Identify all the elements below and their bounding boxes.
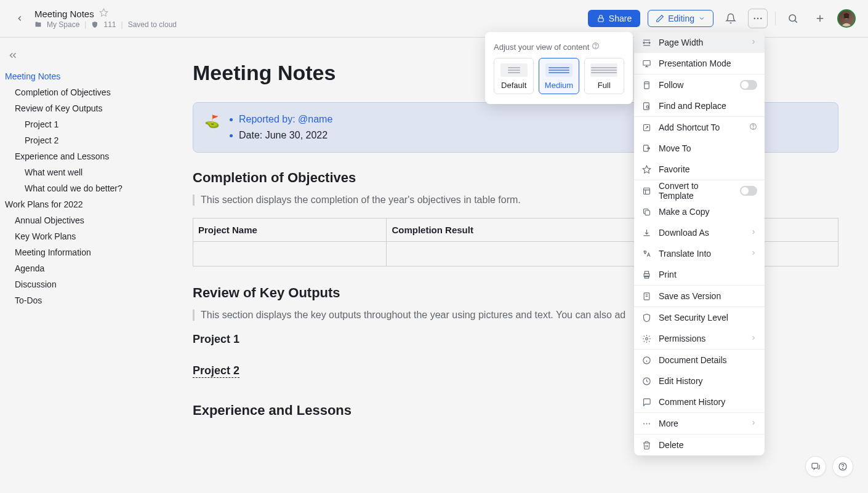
svg-rect-18 (644, 81, 649, 88)
menu-more[interactable]: More (634, 413, 765, 434)
more-options-button[interactable] (748, 9, 768, 28)
menu-move-to[interactable]: Move To (634, 138, 765, 159)
svg-marker-0 (100, 9, 108, 16)
flag-icon: ⛳ (204, 111, 220, 131)
toc-item[interactable]: Project 2 (5, 132, 163, 148)
gear-icon (641, 334, 651, 343)
more-icon (641, 419, 651, 428)
back-button[interactable] (12, 11, 27, 26)
menu-doc-details[interactable]: Document Details (634, 350, 765, 371)
toc-item[interactable]: Meeting Notes (5, 68, 163, 84)
search-button[interactable] (783, 9, 803, 28)
svg-point-25 (753, 128, 753, 129)
svg-point-5 (789, 15, 796, 22)
toc-item[interactable]: Completion of Objectives (5, 84, 163, 100)
history-icon (641, 376, 651, 386)
col-project-name[interactable]: Project Name (193, 218, 387, 242)
menu-page-width[interactable]: Page Width (634, 32, 765, 53)
print-icon (641, 270, 651, 279)
width-option-full[interactable]: Full (584, 58, 624, 94)
page-width-submenu: Adjust your view of content Default Medi… (485, 32, 633, 104)
toc-item[interactable]: Annual Objectives (5, 212, 163, 228)
copy-icon (641, 207, 651, 217)
date-line[interactable]: Date: June 30, 2022 (239, 130, 328, 141)
chevron-right-icon (750, 334, 757, 343)
toc-item[interactable]: Project 1 (5, 116, 163, 132)
template-toggle[interactable] (740, 186, 757, 196)
svg-marker-27 (643, 166, 651, 173)
svg-rect-29 (645, 210, 650, 215)
floating-buttons (805, 456, 853, 477)
menu-delete[interactable]: Delete (634, 435, 765, 455)
shortcut-icon (641, 122, 651, 132)
menu-find-replace[interactable]: Find and Replace (634, 95, 765, 116)
menu-comment-history[interactable]: Comment History (634, 391, 765, 412)
svg-point-46 (842, 468, 843, 469)
toc-item[interactable]: What went well (5, 164, 163, 180)
sync-status: Saved to cloud (128, 20, 177, 29)
toc-item[interactable]: Key Work Plans (5, 228, 163, 244)
svg-rect-1 (598, 18, 603, 22)
toc-item[interactable]: Discussion (5, 276, 163, 292)
security-label[interactable]: 111 (103, 20, 116, 29)
svg-point-11 (595, 47, 596, 48)
svg-point-42 (646, 423, 647, 424)
info-icon (749, 122, 757, 132)
find-icon (641, 101, 651, 111)
chevron-right-icon (750, 38, 757, 47)
menu-favorite[interactable]: Favorite (634, 159, 765, 180)
width-option-default[interactable]: Default (494, 58, 534, 94)
translate-icon (641, 249, 651, 259)
help-button[interactable] (832, 456, 853, 477)
toc-item[interactable]: Work Plans for 2022 (5, 196, 163, 212)
svg-rect-44 (812, 463, 818, 468)
follow-icon (641, 80, 651, 90)
menu-presentation[interactable]: Presentation Mode (634, 53, 765, 74)
star-icon[interactable] (99, 8, 108, 19)
menu-add-shortcut[interactable]: Add Shortcut To (634, 117, 765, 138)
reported-by-line[interactable]: Reported by: @name (239, 114, 332, 125)
menu-save-version[interactable]: Save as Version (634, 286, 765, 307)
width-icon (641, 38, 651, 47)
space-name[interactable]: My Space (47, 20, 79, 29)
menu-convert-template[interactable]: Convert to Template (634, 180, 765, 201)
menu-permissions[interactable]: Permissions (634, 328, 765, 349)
menu-security-level[interactable]: Set Security Level (634, 307, 765, 328)
svg-rect-28 (643, 188, 649, 194)
share-button[interactable]: Share (588, 10, 640, 27)
info-icon[interactable] (592, 42, 600, 52)
menu-make-copy[interactable]: Make a Copy (634, 201, 765, 222)
menu-translate[interactable]: Translate Into (634, 243, 765, 264)
toc-item[interactable]: Agenda (5, 260, 163, 276)
collapse-outline-button[interactable] (7, 50, 18, 61)
template-icon (641, 186, 651, 196)
col-completion-result[interactable]: Completion Result (387, 218, 838, 242)
user-avatar[interactable] (837, 9, 856, 28)
menu-download-as[interactable]: Download As (634, 222, 765, 243)
toc-item[interactable]: To-Dos (5, 292, 163, 308)
width-panel-label: Adjust your view of content (494, 42, 624, 52)
version-icon (641, 291, 651, 301)
toc-item[interactable]: Experience and Lessons (5, 148, 163, 164)
outline-sidebar: Meeting NotesCompletion of ObjectivesRev… (0, 38, 163, 493)
svg-line-6 (795, 20, 797, 22)
more-options-menu: Page Width Presentation Mode Follow Find… (634, 32, 765, 455)
toc-item[interactable]: Meeting Information (5, 244, 163, 260)
doc-title: Meeting Notes (34, 9, 94, 19)
editing-mode-button[interactable]: Editing (648, 10, 713, 27)
comments-panel-button[interactable] (805, 456, 826, 477)
svg-point-21 (646, 105, 648, 108)
follow-toggle[interactable] (740, 80, 757, 90)
menu-follow[interactable]: Follow (634, 74, 765, 95)
menu-print[interactable]: Print (634, 264, 765, 285)
toc-item[interactable]: Review of Key Outputs (5, 100, 163, 116)
svg-point-3 (757, 18, 759, 20)
width-option-medium[interactable]: Medium (539, 58, 579, 94)
svg-point-2 (753, 18, 755, 20)
svg-rect-31 (645, 271, 648, 273)
notifications-button[interactable] (721, 9, 741, 28)
menu-edit-history[interactable]: Edit History (634, 371, 765, 391)
chevron-right-icon (750, 228, 757, 238)
add-button[interactable] (810, 9, 830, 28)
toc-item[interactable]: What could we do better? (5, 180, 163, 196)
